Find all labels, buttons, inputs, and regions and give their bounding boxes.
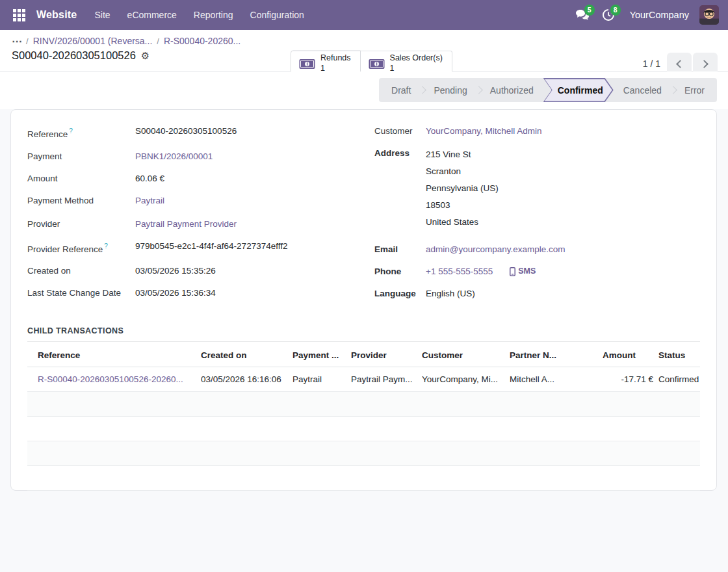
nav-menu-site[interactable]: Site — [86, 6, 118, 24]
reference-value[interactable]: S00040-20260305100526 — [135, 124, 237, 141]
gear-icon[interactable]: ⚙ — [141, 50, 150, 62]
nav-menu-configuration[interactable]: Configuration — [242, 6, 313, 24]
help-icon[interactable]: ? — [69, 127, 73, 135]
app-name[interactable]: Website — [36, 9, 77, 21]
address-value[interactable]: 215 Vine St Scranton Pennsylvania (US) 1… — [426, 146, 499, 231]
provider-link[interactable]: Paytrail Payment Provider — [135, 217, 237, 231]
empty-row — [27, 466, 700, 491]
sms-button[interactable]: SMS — [510, 265, 536, 278]
payment-link[interactable]: PBNK1/2026/00001 — [135, 150, 213, 163]
messages-badge: 5 — [584, 5, 595, 16]
refunds-label: Refunds — [320, 53, 351, 64]
col-header-provider[interactable]: Provider — [348, 343, 419, 367]
help-icon[interactable]: ? — [104, 242, 108, 250]
activities-button[interactable]: 8 — [597, 4, 619, 26]
child-provider: Paytrail Paym... — [348, 367, 419, 392]
state-error[interactable]: Error — [672, 78, 717, 102]
breadcrumb-link-refund-tx[interactable]: R-S00040-20260... — [164, 36, 240, 46]
field-provider-reference: Provider Reference? 979b0545-e2c1-4f4f-a… — [27, 239, 374, 256]
field-last-state-change: Last State Change Date 03/05/2026 15:36:… — [27, 286, 374, 300]
nav-menu-ecommerce[interactable]: eCommerce — [119, 6, 185, 24]
field-phone: Phone +1 555-555-5555 SMS — [374, 265, 700, 278]
last-state-change-value: 03/05/2026 15:36:34 — [135, 286, 216, 300]
address-state: Pennsylvania (US) — [426, 180, 499, 197]
field-created-on: Created on 03/05/2026 15:35:26 — [27, 264, 374, 278]
child-partner-name: Mitchell A... — [507, 367, 600, 392]
field-customer: Customer YourCompany, Mitchell Admin — [374, 124, 700, 138]
nav-menu-reporting[interactable]: Reporting — [185, 6, 242, 24]
child-status: Confirmed — [656, 367, 700, 392]
child-transactions-table: Reference Created on Payment ... Provide… — [27, 343, 700, 491]
state-canceled[interactable]: Canceled — [611, 78, 674, 102]
field-amount: Amount 60.06 € — [27, 172, 374, 185]
sales-orders-label: Sales Order(s) — [390, 53, 443, 64]
chevron-left-icon — [676, 60, 684, 68]
child-amount: -17.71 € — [600, 367, 656, 392]
form-right-column: Customer YourCompany, Mitchell Admin Add… — [374, 124, 700, 309]
breadcrumb-link-rinv[interactable]: RINV/2026/00001 (Reversa... — [33, 36, 153, 46]
field-language: Language English (US) — [374, 287, 700, 300]
top-navbar: Website Site eCommerce Reporting Configu… — [0, 0, 728, 30]
col-header-payment-method[interactable]: Payment ... — [290, 343, 348, 367]
table-header-row: Reference Created on Payment ... Provide… — [27, 343, 700, 367]
state-draft[interactable]: Draft — [379, 78, 423, 102]
child-created-on: 03/05/2026 16:16:06 — [198, 367, 290, 392]
field-address: Address 215 Vine St Scranton Pennsylvani… — [374, 146, 700, 231]
status-row: Draft Pending Authorized Confirmed Cance… — [0, 72, 728, 109]
state-confirmed-active[interactable]: Confirmed — [543, 78, 614, 102]
control-panel: ⋯ / RINV/2026/00001 (Reversa... / R-S000… — [0, 30, 728, 72]
address-street: 215 Vine St — [426, 146, 499, 163]
address-country: United States — [426, 214, 499, 231]
active-state-label: Confirmed — [547, 85, 610, 96]
breadcrumb: ⋯ / RINV/2026/00001 (Reversa... / R-S000… — [12, 34, 240, 62]
field-email: Email admin@yourcompany.example.com — [374, 242, 700, 256]
table-row[interactable]: R-S00040-20260305100526-20260... 03/05/2… — [27, 367, 700, 392]
customer-link[interactable]: YourCompany, Mitchell Admin — [426, 124, 542, 138]
empty-row — [27, 392, 700, 417]
page-title: S00040-20260305100526 — [12, 49, 136, 62]
email-link[interactable]: admin@yourcompany.example.com — [426, 242, 566, 256]
activities-badge: 8 — [610, 5, 621, 16]
col-header-reference[interactable]: Reference — [27, 343, 198, 367]
state-pending[interactable]: Pending — [421, 78, 479, 102]
address-city: Scranton — [426, 163, 499, 180]
tab-child-transactions[interactable]: CHILD TRANSACTIONS — [27, 326, 700, 342]
money-bill-icon — [299, 58, 315, 69]
state-authorized[interactable]: Authorized — [478, 78, 546, 102]
chevron-right-icon — [700, 60, 708, 68]
money-bill-icon — [369, 58, 385, 69]
field-payment: Payment PBNK1/2026/00001 — [27, 150, 374, 163]
col-header-customer[interactable]: Customer — [419, 343, 507, 367]
amount-value: 60.06 € — [135, 172, 164, 185]
sms-label: SMS — [518, 265, 536, 278]
field-payment-method: Payment Method Paytrail — [27, 194, 374, 207]
user-avatar[interactable] — [699, 5, 719, 25]
created-on-value: 03/05/2026 15:35:26 — [135, 264, 216, 278]
child-payment-method: Paytrail — [290, 367, 348, 392]
company-name[interactable]: YourCompany — [630, 10, 689, 20]
empty-row — [27, 417, 700, 441]
mobile-phone-icon — [510, 267, 515, 276]
child-reference-link[interactable]: R-S00040-20260305100526-20260... — [38, 374, 183, 384]
empty-row — [27, 441, 700, 466]
breadcrumb-separator: / — [26, 36, 29, 46]
messages-button[interactable]: 5 — [571, 4, 593, 26]
payment-method-link[interactable]: Paytrail — [135, 194, 164, 207]
provider-reference-value[interactable]: 979b0545-e2c1-4f4f-af64-2727374efff2 — [135, 239, 287, 256]
field-reference: Reference? S00040-20260305100526 — [27, 124, 374, 141]
breadcrumb-separator: / — [157, 36, 159, 46]
col-header-partner-name[interactable]: Partner N... — [507, 343, 600, 367]
col-header-created-on[interactable]: Created on — [198, 343, 290, 367]
child-customer: YourCompany, Mi... — [419, 367, 507, 392]
breadcrumb-overflow-button[interactable]: ⋯ — [12, 35, 21, 47]
phone-link[interactable]: +1 555-555-5555 — [426, 265, 493, 278]
avatar-image — [699, 5, 719, 25]
statusbar: Draft Pending Authorized Confirmed Cance… — [379, 78, 717, 102]
form-left-column: Reference? S00040-20260305100526 Payment… — [27, 124, 374, 309]
language-value[interactable]: English (US) — [426, 287, 475, 300]
apps-menu-icon[interactable] — [8, 4, 30, 26]
form-sheet: Reference? S00040-20260305100526 Payment… — [10, 109, 717, 491]
grid-icon — [13, 9, 25, 21]
col-header-status[interactable]: Status — [656, 343, 700, 367]
col-header-amount[interactable]: Amount — [600, 343, 656, 367]
